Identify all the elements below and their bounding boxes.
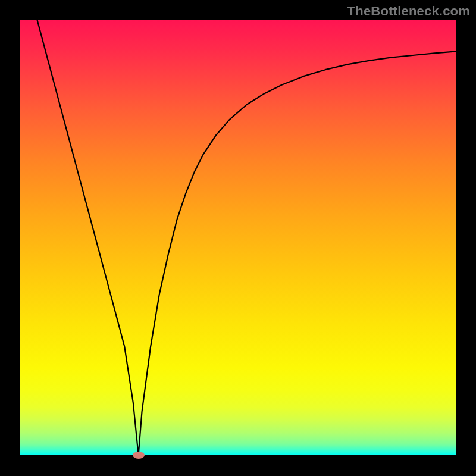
minimum-marker [133,452,145,459]
chart-svg [20,20,456,455]
plot-area [20,20,456,455]
bottleneck-curve [20,20,456,455]
chart-frame: TheBottleneck.com [0,0,476,476]
watermark-text: TheBottleneck.com [347,4,470,19]
